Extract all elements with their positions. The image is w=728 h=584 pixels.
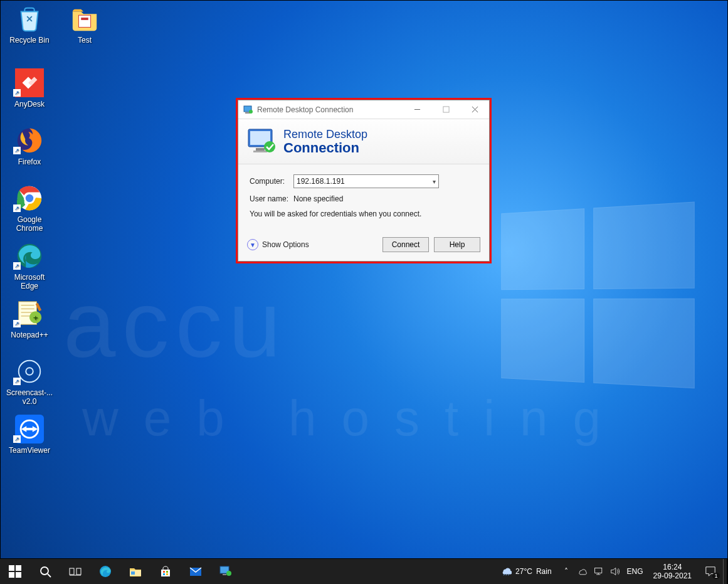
chevron-down-icon: ▾ — [433, 178, 436, 185]
taskbar-store[interactable] — [150, 559, 181, 584]
show-options-toggle[interactable]: ▼ Show Options — [247, 239, 309, 250]
desktop-icons-col2: Test — [60, 4, 110, 62]
desktop-icon-anydesk[interactable]: ↗ AnyDesk — [4, 68, 55, 121]
svg-rect-36 — [166, 571, 168, 573]
computer-label: Computer: — [250, 177, 293, 186]
taskbar-edge[interactable] — [90, 559, 120, 584]
svg-rect-15 — [81, 18, 88, 20]
action-center-button[interactable]: 1 — [698, 559, 723, 584]
desktop-icon-recycle-bin[interactable]: Recycle Bin — [4, 4, 55, 57]
weather-widget[interactable]: 27°C Rain — [494, 566, 558, 577]
help-button[interactable]: Help — [434, 237, 480, 252]
rdp-banner-line1: Remote Desktop — [283, 128, 367, 141]
svg-rect-43 — [594, 568, 601, 573]
desktop-icon-label: Test — [78, 36, 92, 45]
shortcut-arrow-icon: ↗ — [13, 204, 21, 212]
watermark-bottom: web hosting — [82, 390, 626, 447]
svg-rect-41 — [223, 574, 226, 575]
desktop-icon-label: Microsoft Edge — [5, 273, 54, 290]
desktop-icon-label: AnyDesk — [14, 100, 45, 109]
rdp-banner-line2: Connection — [283, 141, 367, 155]
weather-desc: Rain — [536, 567, 552, 576]
desktop-icon-test-folder[interactable]: Test — [60, 4, 110, 57]
svg-rect-28 — [16, 572, 21, 578]
desktop-icon-screencast[interactable]: ↗ Screencast-... v2.0 — [4, 357, 55, 410]
shortcut-arrow-icon: ↗ — [13, 320, 21, 327]
desktop-icons-col1: Recycle Bin ↗ AnyDesk ↗ Firefox ↗ Google… — [4, 4, 55, 472]
rdp-titlebar[interactable]: Remote Desktop Connection — [238, 100, 489, 119]
minimize-button[interactable] — [403, 100, 431, 119]
taskbar-rdp[interactable] — [211, 559, 241, 584]
desktop-icon-label: Screencast-... v2.0 — [5, 388, 54, 406]
desktop-icon-notepadpp[interactable]: + ↗ Notepad++ — [4, 299, 55, 352]
taskbar-date: 29-09-2021 — [653, 571, 692, 580]
svg-rect-27 — [9, 572, 14, 578]
system-tray: 27°C Rain ˄ ENG 16:24 29-09-2021 1 — [494, 559, 727, 584]
folder-icon — [70, 4, 99, 33]
rdp-app-icon — [243, 105, 253, 115]
chevron-down-circle-icon: ▼ — [247, 239, 258, 250]
desktop-icon-chrome[interactable]: ↗ Google Chrome — [4, 184, 55, 236]
taskbar-time: 16:24 — [653, 563, 692, 571]
shortcut-arrow-icon: ↗ — [13, 378, 21, 385]
start-button[interactable] — [0, 559, 30, 584]
desktop-icon-label: Firefox — [18, 157, 41, 166]
desktop-icon-edge[interactable]: ↗ Microsoft Edge — [4, 242, 55, 294]
watermark-top: accu — [63, 270, 287, 379]
desktop-icon-label: Recycle Bin — [9, 36, 49, 45]
svg-rect-37 — [163, 573, 165, 575]
svg-point-9 — [19, 361, 41, 383]
notification-badge: 1 — [712, 573, 719, 579]
connect-button[interactable]: Connect — [382, 237, 429, 252]
shortcut-arrow-icon: ↗ — [13, 147, 21, 154]
svg-rect-34 — [131, 571, 135, 575]
taskbar-file-explorer[interactable] — [120, 559, 150, 584]
task-view-button[interactable] — [60, 559, 90, 584]
computer-combobox[interactable]: 192.168.1.191 ▾ — [293, 174, 439, 188]
desktop-icon-label: Google Chrome — [5, 215, 54, 233]
svg-rect-25 — [9, 565, 14, 571]
shortcut-arrow-icon: ↗ — [13, 435, 21, 443]
svg-rect-38 — [166, 573, 168, 575]
weather-temp: 27°C — [515, 567, 532, 576]
rdp-window[interactable]: Remote Desktop Connection Remote Desktop… — [238, 100, 490, 262]
taskbar-clock[interactable]: 16:24 29-09-2021 — [647, 563, 698, 580]
desktop-icon-firefox[interactable]: ↗ Firefox — [4, 126, 55, 179]
taskbar-mail[interactable] — [181, 559, 211, 584]
svg-rect-31 — [76, 568, 81, 575]
rdp-title: Remote Desktop Connection — [257, 105, 403, 114]
desktop-icon-teamviewer[interactable]: ↗ TeamViewer — [4, 415, 55, 467]
rdp-footer: ▼ Show Options Connect Help — [238, 232, 489, 261]
show-desktop-button[interactable] — [723, 559, 727, 584]
desktop-icon-label: Notepad++ — [11, 331, 48, 339]
taskbar[interactable]: 27°C Rain ˄ ENG 16:24 29-09-2021 1 — [0, 559, 727, 584]
svg-point-18 — [249, 110, 253, 114]
windows-logo-wallpaper — [501, 201, 705, 402]
show-options-label: Show Options — [262, 240, 309, 249]
svg-point-29 — [41, 567, 48, 575]
svg-rect-19 — [443, 107, 448, 112]
volume-tray-icon[interactable] — [607, 559, 623, 584]
desktop[interactable]: accu web hosting Recycle Bin ↗ AnyDesk ↗… — [1, 1, 727, 558]
shortcut-arrow-icon: ↗ — [13, 262, 21, 270]
credentials-info: You will be asked for credentials when y… — [250, 210, 478, 218]
svg-rect-23 — [253, 151, 267, 152]
language-indicator[interactable]: ENG — [623, 567, 647, 576]
svg-rect-30 — [70, 568, 74, 575]
maximize-button[interactable] — [431, 100, 460, 119]
tray-overflow-button[interactable]: ˄ — [558, 559, 574, 584]
username-value: None specified — [293, 194, 343, 203]
search-button[interactable] — [30, 559, 60, 584]
desktop-icon-label: TeamViewer — [9, 446, 50, 455]
close-button[interactable] — [460, 100, 489, 119]
recycle-bin-icon — [15, 4, 44, 33]
onedrive-tray-icon[interactable] — [574, 559, 591, 584]
svg-text:+: + — [33, 313, 38, 322]
rdp-banner: Remote Desktop Connection — [238, 119, 489, 164]
shortcut-arrow-icon: ↗ — [13, 89, 21, 97]
svg-rect-26 — [16, 565, 21, 571]
svg-rect-35 — [163, 571, 165, 573]
rdp-monitor-icon — [247, 127, 277, 157]
network-tray-icon[interactable] — [591, 559, 607, 584]
svg-point-24 — [264, 141, 275, 152]
